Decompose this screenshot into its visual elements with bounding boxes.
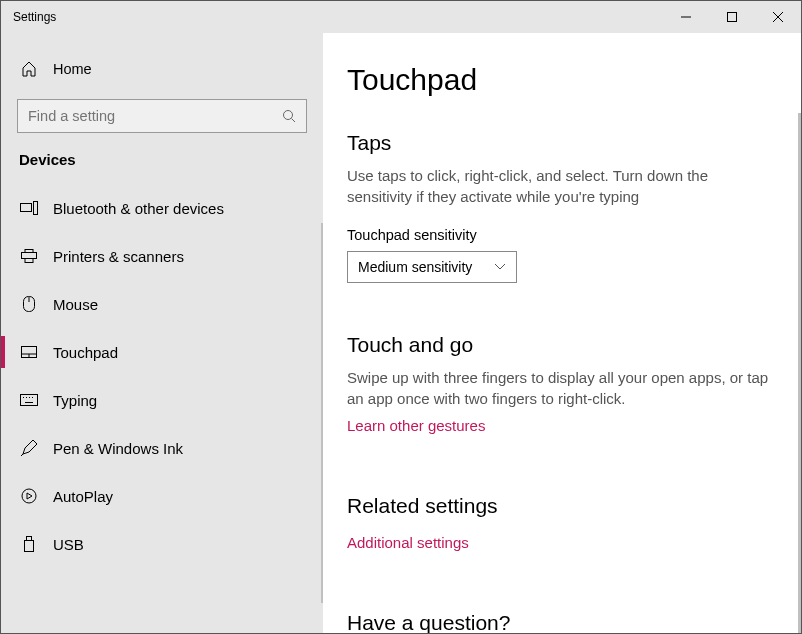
sidebar-item-label: Bluetooth & other devices (53, 200, 224, 217)
svg-point-22 (22, 489, 36, 503)
svg-rect-23 (27, 537, 32, 541)
svg-rect-1 (728, 13, 737, 22)
svg-line-5 (292, 119, 296, 123)
sidebar-item-label: Pen & Windows Ink (53, 440, 183, 457)
question-section: Have a question? (347, 611, 777, 633)
svg-rect-9 (22, 253, 37, 259)
sensitivity-value: Medium sensitivity (358, 259, 472, 275)
main-panel: Touchpad Taps Use taps to click, right-c… (323, 33, 801, 633)
devices-icon (19, 201, 39, 215)
minimize-button[interactable] (663, 1, 709, 33)
home-button[interactable]: Home (1, 47, 323, 91)
autoplay-icon (19, 488, 39, 504)
content: Home Devices Bluetooth & other d (1, 33, 801, 633)
sensitivity-label: Touchpad sensitivity (347, 227, 777, 243)
touch-and-go-description: Swipe up with three fingers to display a… (347, 367, 777, 409)
sidebar-item-usb[interactable]: USB (1, 520, 323, 568)
search-box[interactable] (17, 99, 307, 133)
main-scrollbar[interactable] (798, 113, 801, 633)
sidebar-item-label: AutoPlay (53, 488, 113, 505)
touchpad-icon (19, 346, 39, 358)
usb-icon (19, 536, 39, 552)
settings-window: Settings Home (0, 0, 802, 634)
touch-and-go-section: Touch and go Swipe up with three fingers… (347, 333, 777, 464)
home-label: Home (53, 61, 92, 77)
svg-rect-10 (25, 259, 33, 263)
taps-section: Taps Use taps to click, right-click, and… (347, 131, 777, 283)
home-icon (19, 61, 39, 77)
section-header: Devices (1, 151, 323, 184)
sidebar-item-autoplay[interactable]: AutoPlay (1, 472, 323, 520)
minimize-icon (681, 12, 691, 22)
sidebar-item-bluetooth[interactable]: Bluetooth & other devices (1, 184, 323, 232)
mouse-icon (19, 296, 39, 312)
additional-settings-link[interactable]: Additional settings (347, 534, 469, 551)
sidebar-item-typing[interactable]: Typing (1, 376, 323, 424)
printer-icon (19, 249, 39, 263)
maximize-icon (727, 12, 737, 22)
close-icon (773, 12, 783, 22)
close-button[interactable] (755, 1, 801, 33)
svg-rect-16 (21, 395, 38, 406)
sidebar-item-printers[interactable]: Printers & scanners (1, 232, 323, 280)
svg-rect-24 (25, 541, 34, 552)
sidebar-item-pen[interactable]: Pen & Windows Ink (1, 424, 323, 472)
sidebar-item-label: Mouse (53, 296, 98, 313)
taps-heading: Taps (347, 131, 777, 155)
pen-icon (19, 440, 39, 456)
learn-gestures-link[interactable]: Learn other gestures (347, 417, 485, 434)
search-input[interactable] (28, 108, 282, 124)
chevron-down-icon (494, 263, 506, 271)
related-heading: Related settings (347, 494, 777, 518)
question-heading: Have a question? (347, 611, 777, 633)
sidebar-item-mouse[interactable]: Mouse (1, 280, 323, 328)
sidebar: Home Devices Bluetooth & other d (1, 33, 323, 633)
sidebar-item-label: Printers & scanners (53, 248, 184, 265)
sidebar-item-touchpad[interactable]: Touchpad (1, 328, 323, 376)
maximize-button[interactable] (709, 1, 755, 33)
sidebar-item-label: Touchpad (53, 344, 118, 361)
search-icon (282, 109, 296, 123)
taps-description: Use taps to click, right-click, and sele… (347, 165, 777, 207)
sidebar-item-label: Typing (53, 392, 97, 409)
page-title: Touchpad (347, 63, 777, 97)
related-settings-section: Related settings Additional settings (347, 494, 777, 581)
svg-point-4 (284, 111, 293, 120)
touch-and-go-heading: Touch and go (347, 333, 777, 357)
sidebar-item-label: USB (53, 536, 84, 553)
svg-rect-7 (34, 202, 38, 215)
window-title: Settings (1, 10, 56, 24)
svg-rect-6 (21, 204, 32, 212)
sensitivity-dropdown[interactable]: Medium sensitivity (347, 251, 517, 283)
keyboard-icon (19, 394, 39, 406)
titlebar: Settings (1, 1, 801, 33)
